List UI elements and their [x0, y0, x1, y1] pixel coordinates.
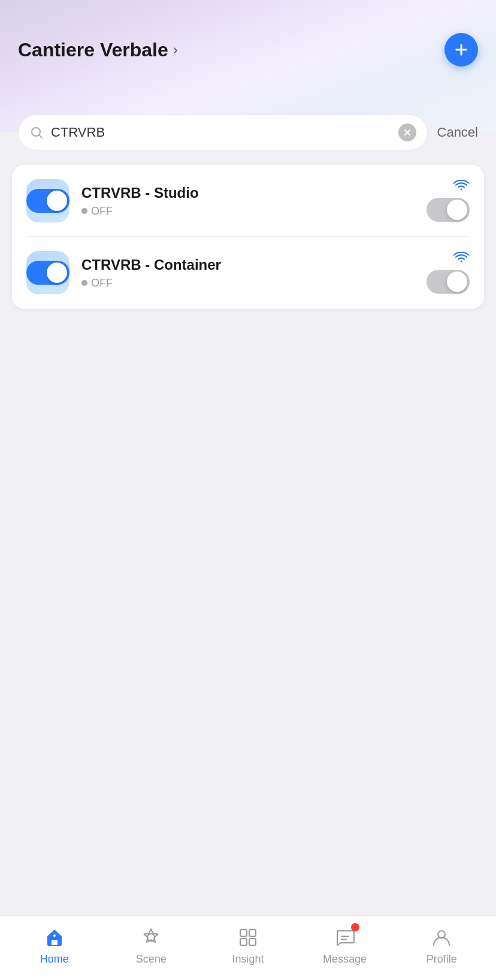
insight-icon — [236, 925, 260, 949]
nav-item-home[interactable]: Home — [6, 925, 103, 966]
device-icon-studio — [26, 179, 69, 222]
device-name-studio: CTRVRB - Studio — [81, 185, 415, 201]
icon-toggle-studio[interactable] — [26, 189, 69, 213]
nav-label-profile: Profile — [427, 953, 457, 966]
status-text-studio: OFF — [91, 205, 113, 218]
nav-item-profile[interactable]: Profile — [393, 925, 490, 966]
svg-rect-6 — [240, 939, 247, 945]
title-chevron: › — [173, 41, 178, 58]
nav-item-insight[interactable]: Insight — [199, 925, 297, 966]
clear-search-button[interactable] — [398, 123, 416, 141]
svg-rect-1 — [52, 940, 58, 945]
search-bar: Cancel — [0, 102, 496, 160]
svg-rect-7 — [249, 939, 256, 945]
device-status-studio: OFF — [81, 205, 415, 218]
scene-icon — [139, 925, 163, 949]
device-item-container[interactable]: CTRVRB - Container OFF — [12, 237, 484, 309]
wifi-icon-container — [453, 252, 470, 264]
search-input[interactable] — [51, 125, 391, 140]
message-badge — [351, 923, 359, 931]
svg-rect-4 — [240, 930, 247, 936]
wifi-icon-studio — [453, 180, 470, 192]
page-title: Cantiere Verbale › — [18, 39, 178, 61]
icon-toggle-thumb-container — [47, 263, 67, 283]
device-name-container: CTRVRB - Container — [81, 257, 415, 273]
toggle-thumb-studio — [447, 200, 467, 220]
search-icon — [29, 125, 44, 140]
icon-toggle-thumb-studio — [47, 191, 67, 211]
status-text-container: OFF — [91, 277, 113, 290]
toggle-container[interactable] — [427, 270, 470, 294]
bottom-nav: Home Scene Insight — [0, 915, 496, 980]
icon-toggle-container[interactable] — [26, 261, 69, 285]
add-button[interactable] — [444, 33, 478, 67]
device-info-studio: CTRVRB - Studio OFF — [81, 185, 415, 218]
plus-icon — [453, 41, 470, 58]
nav-label-home: Home — [40, 953, 69, 966]
nav-label-message: Message — [323, 953, 367, 966]
profile-icon — [430, 925, 453, 949]
status-dot-container — [81, 280, 87, 286]
nav-label-insight: Insight — [232, 953, 264, 966]
toggle-studio[interactable] — [427, 198, 470, 222]
device-info-container: CTRVRB - Container OFF — [81, 257, 415, 290]
device-status-container: OFF — [81, 277, 415, 290]
svg-point-2 — [53, 934, 56, 937]
status-dot-studio — [81, 208, 87, 214]
cancel-button[interactable]: Cancel — [437, 125, 478, 140]
toggle-thumb-container — [447, 272, 467, 292]
device-right-studio — [427, 180, 470, 222]
clear-icon — [403, 128, 412, 137]
message-icon — [333, 925, 357, 949]
svg-rect-5 — [249, 930, 256, 936]
device-icon-container — [26, 251, 69, 294]
title-text: Cantiere Verbale — [18, 39, 168, 61]
device-right-container — [427, 252, 470, 294]
search-box — [18, 114, 428, 150]
nav-item-message[interactable]: Message — [297, 925, 394, 966]
device-list: CTRVRB - Studio OFF — [12, 165, 484, 309]
device-item-studio[interactable]: CTRVRB - Studio OFF — [12, 165, 484, 237]
home-icon — [43, 925, 66, 949]
nav-item-scene[interactable]: Scene — [103, 925, 200, 966]
nav-label-scene: Scene — [136, 953, 167, 966]
